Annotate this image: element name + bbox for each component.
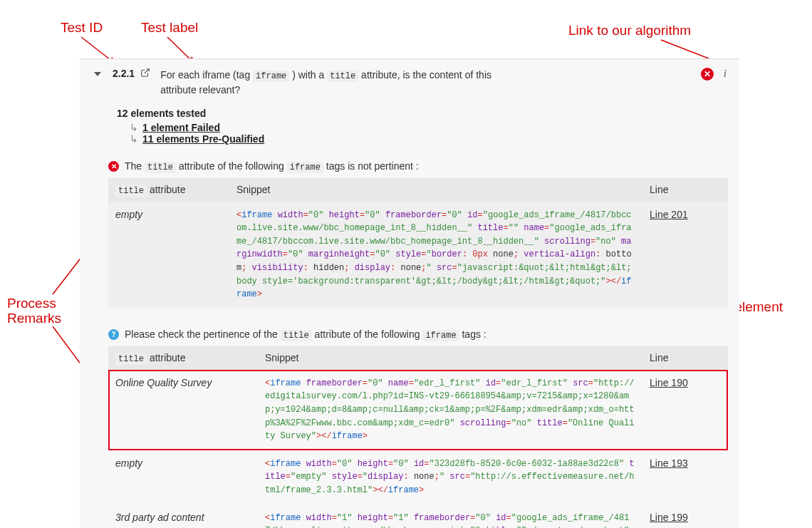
th-snippet: Snippet <box>258 346 642 370</box>
summary-tested: 12 elements tested <box>117 108 727 119</box>
anno-test-label: Test label <box>141 20 198 36</box>
svg-line-7 <box>145 69 149 73</box>
remark-check-block: ? Please check the pertinence of the tit… <box>80 319 739 528</box>
cell-title-attr: 3rd party ad content <box>108 504 258 528</box>
anno-algo-link: Link to our algorithm <box>568 23 691 38</box>
evidence-table-check: title attribute Snippet Line Online Qual… <box>108 346 728 528</box>
fail-result-icon: ✕ <box>701 68 714 81</box>
cell-line-link[interactable]: Line 199 <box>642 504 728 528</box>
th-snippet: Snippet <box>229 178 642 202</box>
collapse-caret-icon[interactable] <box>94 72 101 76</box>
remark-check-text: Please check the pertinence of the title… <box>125 328 486 341</box>
anno-process-l1: Process <box>7 296 56 311</box>
th-line: Line <box>642 346 728 370</box>
anno-process-l2: Remarks <box>7 311 61 326</box>
test-summary: 12 elements tested 1 element Failed 11 e… <box>80 105 739 155</box>
table-row: empty<iframe width="0" height="0" frameb… <box>108 202 728 309</box>
cell-line-link[interactable]: Line 201 <box>642 202 728 309</box>
table-row: empty<iframe width="0" height="0" id="32… <box>108 450 728 504</box>
summary-prequalified-link[interactable]: 11 elements Pre-Qualified <box>130 133 727 145</box>
remark-fail-text: The title attribute of the following ifr… <box>125 160 419 172</box>
cell-title-attr: empty <box>108 202 229 309</box>
anno-test-id: Test ID <box>61 20 103 36</box>
fail-icon: ✕ <box>108 161 119 172</box>
external-link-icon[interactable] <box>140 68 150 80</box>
cell-title-attr: Online Quality Survey <box>108 370 258 450</box>
remark-fail-block: ✕ The title attribute of the following i… <box>80 160 739 319</box>
label-seg: ) with a <box>289 69 327 81</box>
test-label: For each iframe (tag iframe ) with a tit… <box>160 68 502 98</box>
question-icon: ? <box>108 329 119 340</box>
evidence-table-fail: title attribute Snippet Line empty<ifram… <box>108 178 728 309</box>
cell-snippet: <iframe width="1" height="1" frameborder… <box>258 504 642 528</box>
cell-line-link[interactable]: Line 193 <box>642 450 728 504</box>
th-title: title attribute <box>108 346 258 370</box>
test-header: 2.2.1 For each iframe (tag iframe ) with… <box>80 59 739 105</box>
table-row: 3rd party ad content<iframe width="1" he… <box>108 504 728 528</box>
code-title: title <box>327 71 358 82</box>
th-line: Line <box>642 178 728 202</box>
test-id: 2.2.1 <box>113 68 135 79</box>
cell-snippet: <iframe frameborder="0" name="edr_l_firs… <box>258 370 642 450</box>
label-seg: For each iframe (tag <box>160 69 253 81</box>
cell-snippet: <iframe width="0" height="0" id="323d28f… <box>258 450 642 504</box>
table-row: Online Quality Survey<iframe frameborder… <box>108 370 728 450</box>
cell-line-link[interactable]: Line 190 <box>642 370 728 450</box>
th-title: title attribute <box>108 178 229 202</box>
test-panel: 2.2.1 For each iframe (tag iframe ) with… <box>80 58 739 528</box>
cell-title-attr: empty <box>108 450 258 504</box>
cell-snippet: <iframe width="0" height="0" frameborder… <box>229 202 642 309</box>
code-iframe: iframe <box>253 71 289 82</box>
info-icon[interactable]: i <box>724 68 727 80</box>
summary-failed-link[interactable]: 1 element Failed <box>130 122 727 133</box>
